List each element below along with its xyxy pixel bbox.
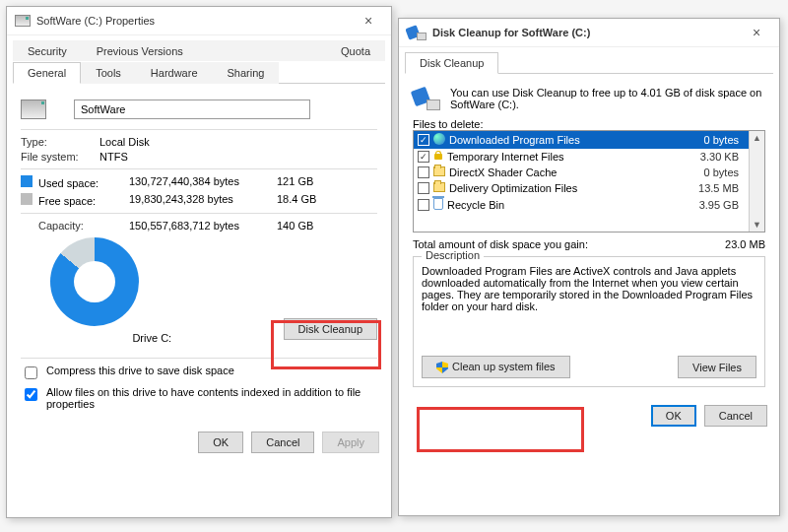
total-value: 23.0 MB	[725, 238, 765, 250]
close-icon[interactable]: ×	[742, 25, 771, 40]
cleanup-icon	[407, 25, 427, 40]
cancel-button[interactable]: Cancel	[251, 432, 314, 453]
free-bytes: 19,830,243,328 bytes	[129, 193, 277, 207]
drive-name-input[interactable]	[74, 100, 310, 119]
file-name: Temporary Internet Files	[447, 151, 696, 163]
fs-value: NTFS	[99, 151, 128, 163]
index-label: Allow files on this drive to have conten…	[46, 386, 377, 410]
file-size: 0 bytes	[704, 134, 745, 146]
used-label: Used space:	[38, 177, 98, 189]
props-body: Type:Local Disk File system:NTFS Used sp…	[7, 84, 391, 424]
apply-button[interactable]: Apply	[322, 432, 379, 453]
props-titlebar: SoftWare (C:) Properties ×	[7, 7, 391, 35]
compress-checkbox[interactable]: Compress this drive to save disk space	[21, 365, 377, 382]
used-bytes: 130,727,440,384 bytes	[129, 175, 277, 189]
file-name: Downloaded Program Files	[449, 134, 700, 146]
tab-hardware[interactable]: Hardware	[136, 62, 213, 84]
free-human: 18.4 GB	[277, 193, 336, 207]
used-human: 121 GB	[277, 175, 336, 189]
shield-icon	[436, 362, 448, 373]
file-checkbox[interactable]	[418, 166, 429, 178]
file-checkbox[interactable]	[418, 182, 429, 194]
file-name: Recycle Bin	[447, 199, 695, 211]
file-icon	[433, 182, 445, 194]
type-value: Local Disk	[99, 136, 150, 148]
description-group: Description Downloaded Program Files are…	[413, 256, 765, 387]
compress-label: Compress this drive to save disk space	[46, 365, 234, 376]
cleanup-title: Disk Cleanup for SoftWare (C:)	[432, 27, 742, 38]
file-checkbox[interactable]: ✓	[418, 134, 429, 146]
drive-caption: Drive C:	[21, 332, 284, 344]
tab-previous-versions[interactable]: Previous Versions	[82, 40, 326, 61]
used-swatch	[21, 175, 33, 187]
cleanup-buttons: OK Cancel	[399, 397, 779, 434]
clean-system-files-button[interactable]: Clean up system files	[422, 356, 570, 378]
cleanup-window: Disk Cleanup for SoftWare (C:) × Disk Cl…	[398, 18, 780, 516]
file-row[interactable]: ✓Downloaded Program Files0 bytes	[414, 131, 749, 149]
space-grid: Used space: 130,727,440,384 bytes 121 GB…	[21, 175, 377, 207]
tab-tools[interactable]: Tools	[81, 62, 136, 84]
capacity-chart	[50, 237, 139, 326]
file-name: DirectX Shader Cache	[449, 166, 700, 178]
cleanup-icon-large	[413, 87, 440, 110]
ok-button[interactable]: OK	[651, 405, 696, 427]
file-icon	[433, 151, 443, 163]
file-name: Delivery Optimization Files	[449, 182, 694, 194]
drive-icon	[15, 15, 31, 27]
file-size: 3.95 GB	[699, 199, 745, 211]
properties-window: SoftWare (C:) Properties × Security Prev…	[6, 6, 392, 518]
file-checkbox[interactable]	[418, 199, 429, 211]
cap-label: Capacity:	[21, 220, 129, 232]
free-swatch	[21, 193, 33, 205]
scrollbar[interactable]: ▲▼	[749, 131, 764, 232]
file-row[interactable]: Recycle Bin3.95 GB	[414, 196, 749, 214]
file-size: 3.30 KB	[700, 151, 745, 163]
file-icon	[433, 133, 445, 147]
tab-sharing[interactable]: Sharing	[213, 62, 280, 84]
tabs-row-1: Security Previous Versions Quota	[13, 39, 385, 61]
file-size: 0 bytes	[704, 166, 745, 178]
cleanup-intro: You can use Disk Cleanup to free up to 4…	[450, 87, 765, 110]
file-icon	[433, 198, 443, 212]
type-label: Type:	[21, 136, 99, 148]
tab-quota[interactable]: Quota	[326, 40, 385, 61]
file-row[interactable]: DirectX Shader Cache0 bytes	[414, 165, 749, 180]
files-label: Files to delete:	[413, 118, 765, 130]
props-buttons: OK Cancel Apply	[7, 424, 391, 461]
drive-icon-large	[21, 100, 46, 119]
tab-disk-cleanup[interactable]: Disk Cleanup	[405, 52, 498, 74]
file-size: 13.5 MB	[698, 182, 745, 194]
cancel-button[interactable]: Cancel	[704, 405, 767, 427]
files-list[interactable]: ✓Downloaded Program Files0 bytes✓Tempora…	[413, 130, 765, 233]
tab-general[interactable]: General	[13, 62, 81, 84]
index-checkbox[interactable]: Allow files on this drive to have conten…	[21, 386, 377, 410]
ok-button[interactable]: OK	[198, 432, 243, 453]
file-icon	[433, 166, 445, 178]
file-checkbox[interactable]: ✓	[418, 151, 429, 163]
tabs-row-2: General Tools Hardware Sharing	[13, 61, 385, 84]
disk-cleanup-button[interactable]: Disk Cleanup	[284, 318, 377, 340]
description-text: Downloaded Program Files are ActiveX con…	[422, 265, 756, 328]
props-title: SoftWare (C:) Properties	[36, 15, 354, 27]
clean-sys-label: Clean up system files	[452, 361, 556, 372]
file-row[interactable]: Delivery Optimization Files13.5 MB	[414, 180, 749, 196]
scroll-down-icon[interactable]: ▼	[753, 220, 761, 230]
free-label: Free space:	[38, 195, 96, 207]
scroll-up-icon[interactable]: ▲	[753, 133, 761, 143]
cleanup-body: You can use Disk Cleanup to free up to 4…	[399, 74, 779, 397]
file-row[interactable]: ✓Temporary Internet Files3.30 KB	[414, 149, 749, 165]
description-legend: Description	[422, 249, 484, 261]
cap-human: 140 GB	[277, 220, 336, 232]
cap-bytes: 150,557,683,712 bytes	[129, 220, 277, 232]
tab-security[interactable]: Security	[13, 40, 82, 61]
close-icon[interactable]: ×	[354, 13, 383, 29]
fs-label: File system:	[21, 151, 99, 163]
cleanup-tabs: Disk Cleanup	[405, 51, 773, 74]
view-files-button[interactable]: View Files	[678, 356, 756, 378]
cleanup-titlebar: Disk Cleanup for SoftWare (C:) ×	[399, 19, 779, 47]
